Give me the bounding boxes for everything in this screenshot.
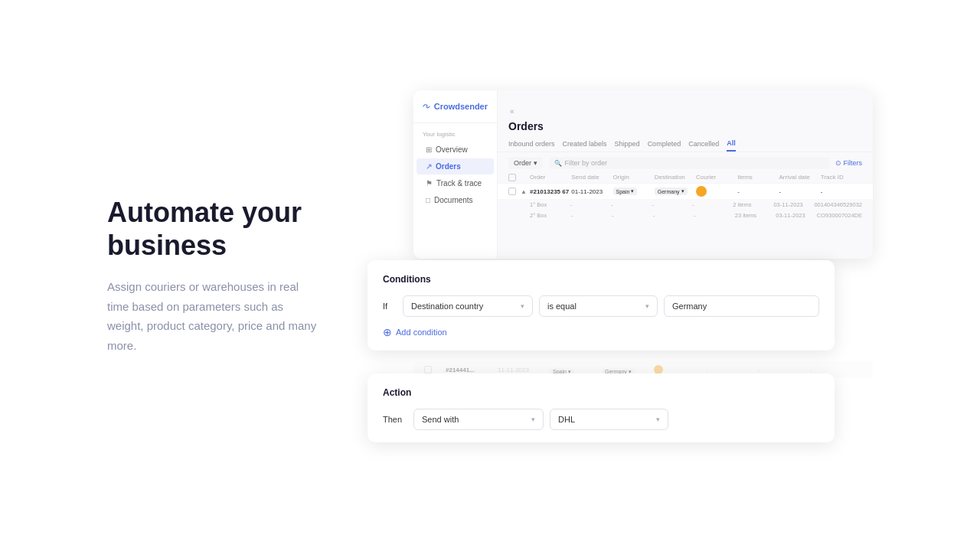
sidebar-item-orders-label: Orders — [436, 162, 461, 171]
brand: Crowdsender — [413, 101, 497, 123]
order-button[interactable]: Order ▾ — [508, 157, 543, 169]
value-input[interactable]: Germany — [664, 295, 819, 317]
if-label: If — [383, 302, 397, 311]
collapse-button[interactable]: « — [504, 98, 521, 116]
field-select[interactable]: Destination country ▾ — [403, 295, 533, 317]
overview-icon: ⊞ — [426, 145, 432, 154]
operator-select-label: is equal — [547, 302, 577, 311]
tab-shipped[interactable]: Shipped — [615, 138, 640, 151]
sub-text: Assign couriers or warehouses in real ti… — [107, 277, 322, 355]
documents-icon: □ — [426, 196, 430, 204]
order-id: #21013235 67 — [530, 188, 571, 195]
condition-row: If Destination country ▾ is equal ▾ Germ… — [383, 295, 819, 317]
origin: Spain ▾ — [613, 187, 655, 195]
action-title: Action — [383, 387, 819, 398]
sub-row-1: 1° Box - - - - 2 items 03-11-2023 001404… — [498, 199, 873, 210]
app-window: Crowdsender Your logistic ⊞ Overview ↗ O… — [413, 90, 873, 259]
header-checkbox[interactable] — [508, 174, 516, 181]
left-section: Automate your business Assign couriers o… — [0, 150, 368, 401]
field-select-label: Destination country — [411, 302, 483, 311]
send-date: 01-11-2023 — [571, 188, 612, 195]
courier-cell — [696, 186, 737, 197]
th-destination: Destination — [655, 174, 696, 181]
action-select-label: Send with — [422, 415, 459, 424]
items-cell: - — [737, 188, 779, 195]
toolbar-row: Order ▾ 🔍 Filter by order ⊙ Filters — [498, 152, 873, 172]
action-select[interactable]: Send with ▾ — [413, 409, 544, 430]
search-box[interactable]: 🔍 Filter by order — [549, 157, 829, 169]
operator-select-arrow: ▾ — [645, 302, 649, 310]
brand-name: Crowdsender — [434, 102, 488, 111]
sidebar-item-track[interactable]: ⚑ Track & trace — [416, 175, 494, 191]
row-checkbox[interactable] — [508, 187, 516, 195]
sidebar-section-label: Your logistic — [413, 123, 497, 141]
sidebar-item-overview-label: Overview — [436, 145, 468, 154]
sidebar: Crowdsender Your logistic ⊞ Overview ↗ O… — [413, 90, 498, 259]
filters-label: Filters — [844, 159, 863, 167]
sidebar-item-overview[interactable]: ⊞ Overview — [416, 142, 494, 158]
arrival-date: - — [779, 188, 821, 195]
filters-icon: ⊙ — [835, 159, 841, 167]
th-arrival: Arrival date — [779, 174, 821, 181]
th-track: Track ID — [821, 174, 862, 181]
action-card: Action Then Send with ▾ DHL ▾ — [368, 373, 835, 442]
tab-all[interactable]: All — [727, 137, 736, 152]
target-select-arrow: ▾ — [656, 416, 660, 423]
th-order: Order — [530, 174, 571, 181]
sub-box-1: 1° Box — [530, 201, 570, 208]
sidebar-item-track-label: Track & trace — [436, 179, 482, 187]
track-id: - — [821, 188, 862, 195]
field-select-arrow: ▾ — [521, 302, 524, 310]
th-courier: Courier — [696, 174, 737, 181]
orders-icon: ↗ — [426, 162, 432, 171]
sidebar-item-orders[interactable]: ↗ Orders — [416, 158, 494, 174]
add-condition-button[interactable]: ⊕ Add condition — [383, 326, 447, 338]
right-section: Crowdsender Your logistic ⊞ Overview ↗ O… — [368, 0, 980, 551]
destination-badge: Germany ▾ — [655, 187, 688, 195]
target-select-label: DHL — [558, 415, 575, 424]
page-title: Orders — [498, 116, 873, 132]
th-send-date: Send date — [571, 174, 612, 181]
origin-badge: Spain ▾ — [613, 187, 638, 195]
conditions-card: Conditions If Destination country ▾ is e… — [368, 260, 835, 350]
expand-icon[interactable]: ▲ — [521, 188, 530, 195]
tab-completed[interactable]: Completed — [648, 138, 681, 151]
search-placeholder: Filter by order — [565, 159, 608, 167]
main-heading: Automate your business — [107, 196, 322, 262]
conditions-title: Conditions — [383, 274, 819, 285]
main-content: « Orders Inbound orders Created labels S… — [498, 90, 873, 259]
courier-avatar — [696, 186, 707, 197]
tab-created[interactable]: Created labels — [563, 138, 607, 151]
action-select-arrow: ▾ — [531, 416, 535, 423]
tabs-row: Inbound orders Created labels Shipped Co… — [498, 132, 873, 152]
operator-select[interactable]: is equal ▾ — [539, 295, 658, 317]
tab-inbound[interactable]: Inbound orders — [508, 138, 555, 151]
target-select[interactable]: DHL ▾ — [550, 409, 668, 430]
table-row: ▲ #21013235 67 01-11-2023 Spain ▾ German… — [498, 183, 873, 199]
filters-button[interactable]: ⊙ Filters — [835, 159, 863, 167]
add-condition-icon: ⊕ — [383, 326, 392, 338]
table-header: Order Send date Origin Destination Couri… — [498, 172, 873, 183]
th-items: Items — [737, 174, 779, 181]
sidebar-item-documents[interactable]: □ Documents — [416, 192, 494, 208]
sidebar-item-documents-label: Documents — [434, 196, 473, 204]
destination: Germany ▾ — [655, 187, 696, 195]
add-condition-label: Add condition — [396, 328, 447, 337]
action-row: Then Send with ▾ DHL ▾ — [383, 409, 819, 430]
sub-row-2: 2° Box - - - - 23 items 03-11-2023 CO930… — [498, 210, 873, 220]
then-label: Then — [383, 415, 407, 424]
th-origin: Origin — [613, 174, 655, 181]
tab-cancelled[interactable]: Cancelled — [688, 138, 719, 151]
sub-box-2: 2° Box — [530, 212, 571, 219]
search-icon: 🔍 — [554, 160, 562, 167]
track-icon: ⚑ — [426, 179, 433, 187]
